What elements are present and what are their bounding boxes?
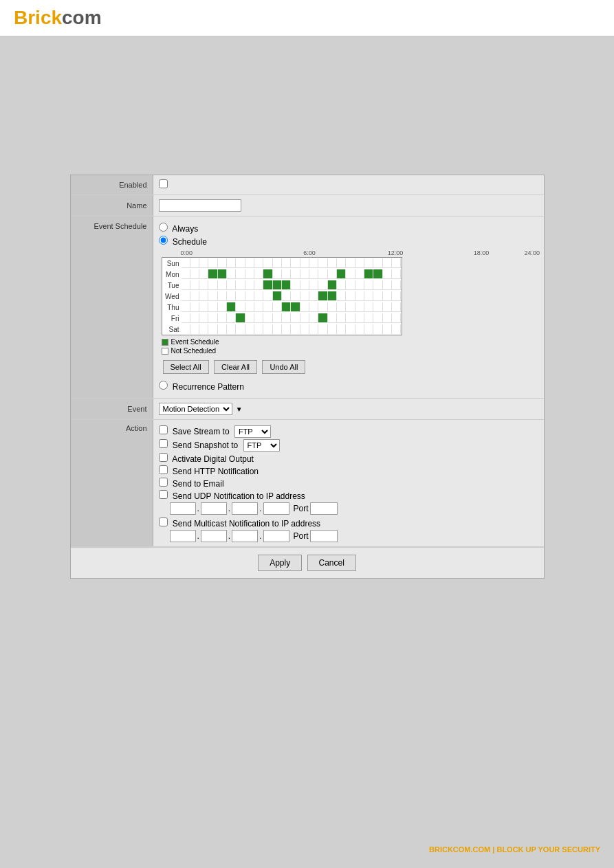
name-input[interactable] (159, 199, 241, 212)
send-udp-checkbox[interactable] (159, 490, 168, 499)
cell[interactable] (373, 302, 382, 311)
cell[interactable] (227, 324, 236, 334)
cell[interactable] (182, 258, 190, 267)
cell[interactable] (373, 313, 382, 322)
cell[interactable] (373, 269, 382, 278)
cell[interactable] (218, 313, 227, 322)
cell[interactable] (337, 291, 346, 300)
cell[interactable] (346, 302, 355, 311)
send-multicast-label-wrap[interactable]: Send Multicast Notification to IP addres… (159, 519, 321, 528)
cell[interactable] (254, 302, 263, 311)
cell[interactable] (300, 291, 309, 300)
cell[interactable] (337, 280, 346, 289)
cell[interactable] (282, 280, 291, 289)
recurrence-radio[interactable] (159, 381, 168, 390)
select-all-button[interactable]: Select All (163, 360, 209, 374)
cell[interactable] (309, 302, 318, 311)
cell[interactable] (263, 302, 272, 311)
cell[interactable] (291, 269, 300, 278)
save-stream-label-wrap[interactable]: Save Stream to (159, 427, 232, 436)
cell[interactable] (309, 258, 318, 267)
cell[interactable] (245, 302, 254, 311)
cell[interactable] (254, 324, 263, 334)
cell[interactable] (346, 280, 355, 289)
cell[interactable] (300, 269, 309, 278)
send-udp-label-wrap[interactable]: Send UDP Notification to IP address (159, 491, 305, 501)
cell[interactable] (182, 280, 190, 289)
cell[interactable] (355, 302, 364, 311)
cell[interactable] (218, 280, 227, 289)
multicast-ip-2[interactable] (201, 530, 227, 542)
cell[interactable] (328, 291, 337, 300)
cell[interactable] (309, 324, 318, 334)
cell[interactable] (236, 269, 245, 278)
cell[interactable] (373, 324, 382, 334)
cell[interactable] (208, 269, 217, 278)
cell[interactable] (273, 291, 282, 300)
cell[interactable] (309, 269, 318, 278)
cell[interactable] (355, 280, 364, 289)
cell[interactable] (383, 269, 392, 278)
cell[interactable] (337, 313, 346, 322)
cell[interactable] (254, 291, 263, 300)
cell[interactable] (346, 258, 355, 267)
udp-ip-2[interactable] (201, 502, 227, 515)
cell[interactable] (328, 324, 337, 334)
cell[interactable] (263, 258, 272, 267)
cell[interactable] (355, 324, 364, 334)
cell[interactable] (328, 302, 337, 311)
cell[interactable] (218, 269, 227, 278)
cell[interactable] (190, 258, 199, 267)
cell[interactable] (364, 269, 373, 278)
cell[interactable] (291, 291, 300, 300)
cell[interactable] (254, 269, 263, 278)
cell[interactable] (355, 291, 364, 300)
cell[interactable] (392, 324, 401, 334)
cell[interactable] (392, 313, 401, 322)
cell[interactable] (291, 280, 300, 289)
cell[interactable] (208, 280, 217, 289)
cell[interactable] (300, 258, 309, 267)
cell[interactable] (291, 258, 300, 267)
cell[interactable] (254, 258, 263, 267)
cell[interactable] (392, 291, 401, 300)
send-email-label-wrap[interactable]: Send to Email (159, 479, 224, 489)
schedule-label-wrap[interactable]: Schedule (159, 237, 207, 247)
cell[interactable] (328, 313, 337, 322)
cell[interactable] (318, 258, 327, 267)
cell[interactable] (355, 269, 364, 278)
cell[interactable] (328, 269, 337, 278)
cell[interactable] (328, 280, 337, 289)
cell[interactable] (227, 291, 236, 300)
cell[interactable] (208, 302, 217, 311)
cell[interactable] (236, 313, 245, 322)
cell[interactable] (383, 313, 392, 322)
send-snapshot-label-wrap[interactable]: Send Snapshot to (159, 441, 241, 450)
cell[interactable] (227, 269, 236, 278)
cell[interactable] (300, 280, 309, 289)
cell[interactable] (282, 302, 291, 311)
cell[interactable] (273, 313, 282, 322)
cell[interactable] (190, 269, 199, 278)
cell[interactable] (254, 313, 263, 322)
send-http-checkbox[interactable] (159, 465, 168, 474)
cell[interactable] (318, 324, 327, 334)
cell[interactable] (355, 313, 364, 322)
cell[interactable] (383, 258, 392, 267)
multicast-ip-3[interactable] (232, 530, 258, 542)
cell[interactable] (199, 258, 208, 267)
cell[interactable] (318, 291, 327, 300)
cell[interactable] (245, 280, 254, 289)
cell[interactable] (328, 258, 337, 267)
save-stream-checkbox[interactable] (159, 425, 168, 434)
cell[interactable] (291, 324, 300, 334)
cell[interactable] (282, 313, 291, 322)
cell[interactable] (208, 324, 217, 334)
cell[interactable] (208, 313, 217, 322)
cell[interactable] (227, 258, 236, 267)
udp-ip-3[interactable] (232, 502, 258, 515)
cell[interactable] (182, 269, 190, 278)
cell[interactable] (282, 291, 291, 300)
cell[interactable] (392, 302, 401, 311)
cell[interactable] (364, 258, 373, 267)
